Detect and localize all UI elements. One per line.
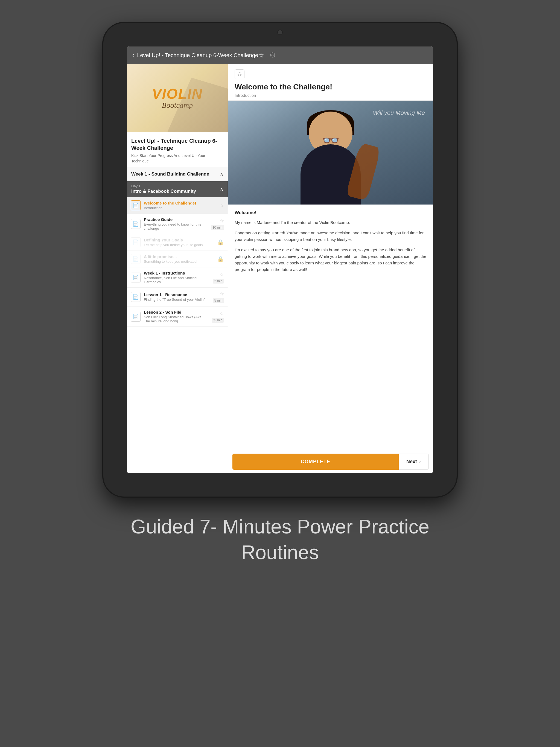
- lesson-name: A little promise...: [144, 254, 214, 259]
- lesson-sub: Something to keep you motivated: [144, 259, 214, 264]
- lesson-icon: 📄: [131, 254, 141, 264]
- lesson-duration: :5 min: [212, 318, 224, 323]
- instructor-photo: 👓 Will you Moving Me: [228, 101, 433, 205]
- course-info: Level Up! - Technique Cleanup 6-Week Cha…: [127, 132, 228, 168]
- welcome-greeting: Welcome!: [235, 210, 427, 215]
- lesson-icon: 📄: [131, 273, 141, 282]
- screen: ‹ Level Up! - Technique Cleanup 6-Week C…: [127, 47, 433, 473]
- lesson-name: Practice Guide: [144, 217, 207, 222]
- lesson-item[interactable]: 📄 Week 1 - Instructions Resonance, Son F…: [127, 267, 228, 288]
- lesson-sub: Introduction: [144, 206, 216, 210]
- content-tag: Introduction: [235, 93, 427, 98]
- week-section: Week 1 - Sound Building Challenge ∧ Day …: [127, 168, 228, 327]
- lesson-meta: 🔒: [217, 256, 224, 262]
- lesson-item[interactable]: 📄 Practice Guide Everything you need to …: [127, 214, 228, 234]
- lesson-star-icon[interactable]: ☆: [220, 202, 224, 208]
- content-link-icon[interactable]: ⚇: [235, 70, 245, 79]
- main-content: ⚇ Welcome to the Challenge! Introduction…: [228, 64, 433, 473]
- lesson-list: 📄 Welcome to the Challenge! Introduction…: [127, 197, 228, 327]
- lesson-name: Defining Your Goals: [144, 238, 214, 242]
- welcome-paragraph-3: I'm excited to say you are one of the fi…: [235, 247, 427, 273]
- lock-icon: 🔒: [217, 256, 224, 262]
- lesson-duration: 10 min: [211, 225, 224, 230]
- lesson-text: Welcome to the Challenge! Introduction: [144, 201, 216, 210]
- photo-text-overlay: Will you Moving Me: [373, 109, 425, 117]
- lesson-icon: 📄: [131, 200, 141, 210]
- nav-title: Level Up! - Technique Cleanup 6-Week Cha…: [137, 52, 258, 58]
- lesson-icon: 📄: [131, 219, 141, 229]
- lesson-text: Lesson 1 - Resonance Finding the "True S…: [144, 292, 209, 302]
- next-label: Next: [406, 459, 417, 465]
- tablet-camera: [277, 29, 283, 35]
- lesson-text: Practice Guide Everything you need to kn…: [144, 217, 207, 231]
- lesson-name: Welcome to the Challenge!: [144, 201, 216, 205]
- lesson-icon: 📄: [131, 237, 141, 247]
- lesson-sub: Let me help you define your life goals: [144, 243, 214, 247]
- lesson-item[interactable]: 📄 Lesson 1 - Resonance Finding the "True…: [127, 288, 228, 307]
- lesson-name: Week 1 - Instructions: [144, 271, 209, 275]
- lesson-meta: 🔒: [217, 239, 224, 246]
- lesson-item-locked: 📄 A little promise... Something to keep …: [127, 251, 228, 267]
- person-silhouette: 👓: [292, 106, 369, 205]
- content-header: ⚇ Welcome to the Challenge! Introduction: [228, 64, 433, 101]
- bottom-caption: Guided 7- Minutes Power Practice Routine…: [88, 514, 472, 565]
- lesson-icon: 📄: [131, 292, 141, 302]
- complete-button[interactable]: COMPLETE: [232, 454, 399, 470]
- lesson-name: Lesson 2 - Son Filé: [144, 310, 208, 314]
- day-title: Intro & Facebook Community: [131, 189, 196, 194]
- lesson-text: Week 1 - Instructions Resonance, Son Fil…: [144, 271, 209, 284]
- lesson-meta: ☆ 2 min: [213, 272, 224, 284]
- next-button[interactable]: Next ›: [399, 454, 429, 470]
- lesson-sub: Everything you need to know for this cha…: [144, 222, 207, 231]
- day-header-info: Day 1 Intro & Facebook Community: [131, 184, 196, 194]
- content-area: VIOLIN Bootcamp Level Up! - Technique Cl…: [127, 64, 433, 473]
- day-header[interactable]: Day 1 Intro & Facebook Community ∧: [127, 181, 228, 197]
- lesson-text: Defining Your Goals Let me help you defi…: [144, 238, 214, 247]
- lesson-duration: 5 min: [213, 298, 224, 303]
- course-title: Level Up! - Technique Cleanup 6-Week Cha…: [131, 137, 223, 152]
- content-title: Welcome to the Challenge!: [235, 83, 427, 91]
- week-chevron-icon: ∧: [220, 171, 223, 177]
- tablet-device: ‹ Level Up! - Technique Cleanup 6-Week C…: [102, 22, 458, 498]
- lesson-meta: ☆ :5 min: [212, 311, 224, 323]
- next-arrow-icon: ›: [419, 459, 421, 465]
- lesson-item-locked: 📄 Defining Your Goals Let me help you de…: [127, 234, 228, 251]
- lock-icon: 🔒: [217, 239, 224, 246]
- lesson-sub: Finding the "True Sound of your Violin": [144, 298, 209, 302]
- lesson-star-icon[interactable]: ☆: [220, 272, 224, 278]
- day-section: Day 1 Intro & Facebook Community ∧: [127, 181, 228, 197]
- lesson-duration: 2 min: [213, 279, 224, 284]
- course-thumbnail: VIOLIN Bootcamp: [127, 64, 228, 132]
- sidebar: VIOLIN Bootcamp Level Up! - Technique Cl…: [127, 64, 228, 473]
- lesson-star-icon[interactable]: ☆: [220, 311, 224, 317]
- day-label: Day 1: [131, 184, 196, 188]
- lesson-item[interactable]: 📄 Lesson 2 - Son Filé Son Filé: Long Sus…: [127, 307, 228, 327]
- week-header[interactable]: Week 1 - Sound Building Challenge ∧: [127, 168, 228, 181]
- lesson-meta: ☆ 10 min: [211, 218, 224, 230]
- back-icon: ‹: [132, 52, 134, 59]
- lesson-star-icon[interactable]: ☆: [220, 218, 224, 224]
- lesson-star-icon[interactable]: ☆: [220, 291, 224, 297]
- welcome-text: Welcome! My name is Marlene and I'm the …: [228, 205, 433, 450]
- lesson-text: Lesson 2 - Son Filé Son Filé: Long Susta…: [144, 310, 208, 323]
- lesson-item[interactable]: 📄 Welcome to the Challenge! Introduction…: [127, 197, 228, 214]
- lesson-sub: Resonance, Son Filé and Shifting Harmoni…: [144, 276, 209, 284]
- lesson-meta: ☆ 5 min: [213, 291, 224, 303]
- lesson-meta: ☆: [220, 202, 224, 208]
- back-button[interactable]: ‹ Level Up! - Technique Cleanup 6-Week C…: [132, 52, 258, 59]
- nav-bar: ‹ Level Up! - Technique Cleanup 6-Week C…: [127, 47, 433, 64]
- week-header-title: Week 1 - Sound Building Challenge: [131, 172, 209, 177]
- welcome-paragraph-1: My name is Marlene and I'm the creator o…: [235, 219, 427, 226]
- action-bar: COMPLETE Next ›: [228, 450, 433, 473]
- welcome-paragraph-2: Congrats on getting started! You've made…: [235, 230, 427, 243]
- lesson-icon: 📄: [131, 312, 141, 321]
- star-button[interactable]: ☆: [258, 51, 264, 59]
- link-button[interactable]: ⚇: [270, 51, 276, 59]
- day-chevron-icon: ∧: [220, 186, 223, 192]
- lesson-text: A little promise... Something to keep yo…: [144, 254, 214, 264]
- nav-actions: ☆ ⚇: [258, 51, 276, 59]
- lesson-sub: Son Filé: Long Sustained Bows (Aka: The …: [144, 315, 208, 323]
- course-subtitle: Kick Start Your Progress And Level Up Yo…: [131, 153, 223, 164]
- lesson-name: Lesson 1 - Resonance: [144, 292, 209, 297]
